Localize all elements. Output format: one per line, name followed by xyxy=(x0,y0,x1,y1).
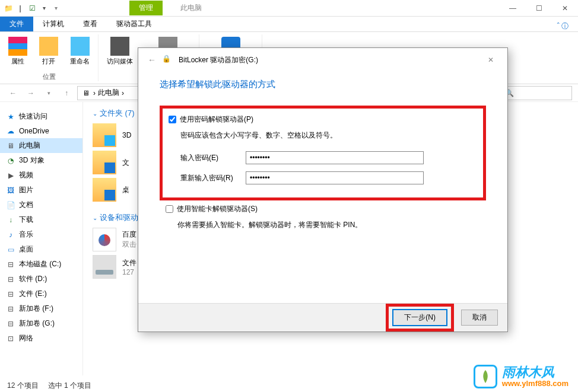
properties-label: 属性 xyxy=(11,57,24,66)
sidebar-label: 图片 xyxy=(19,185,33,195)
divider-icon: | xyxy=(15,4,25,13)
sidebar-item-14[interactable]: ⊟新加卷 (G:) xyxy=(0,316,82,331)
crumb-sep-2: › xyxy=(122,89,124,97)
use-smartcard-label: 使用智能卡解锁驱动器(S) xyxy=(177,204,258,214)
device-label: 文件 xyxy=(122,258,136,268)
cancel-button[interactable]: 取消 xyxy=(461,310,498,326)
ribbon-tab-row: 文件 计算机 查看 驱动器工具 ˆ ⓘ xyxy=(0,17,578,32)
context-tab-manage[interactable]: 管理 xyxy=(129,1,163,15)
sidebar-label: 网络 xyxy=(19,333,33,343)
sidebar-icon: ★ xyxy=(6,112,15,122)
folder-icon xyxy=(93,178,116,202)
next-button[interactable]: 下一步(N) xyxy=(392,309,447,326)
watermark-brand: 雨林木风 xyxy=(502,366,569,379)
sidebar-item-11[interactable]: ⊟软件 (D:) xyxy=(0,272,82,286)
sidebar-label: 本地磁盘 (C:) xyxy=(19,259,61,269)
sidebar-icon: 🖥 xyxy=(6,141,15,151)
sidebar-item-10[interactable]: ⊟本地磁盘 (C:) xyxy=(0,257,82,272)
sidebar-icon: ⊟ xyxy=(6,289,15,299)
sidebar-item-13[interactable]: ⊟新加卷 (F:) xyxy=(0,301,82,316)
sidebar-item-7[interactable]: ↓下载 xyxy=(0,212,82,227)
sidebar-item-15[interactable]: ⊡网络 xyxy=(0,331,82,346)
help-button[interactable]: ˆ ⓘ xyxy=(548,21,578,31)
sidebar-item-6[interactable]: 📄文档 xyxy=(0,197,82,212)
up-button[interactable]: ↑ xyxy=(59,86,74,100)
group-location-label: 位置 xyxy=(4,72,94,81)
bitlocker-dialog: ← 🔒 BitLocker 驱动器加密(G:) ✕ 选择希望解锁此驱动器的方式 … xyxy=(138,47,508,332)
chevron-down-icon[interactable]: ▾ xyxy=(39,4,49,13)
checkbox-icon[interactable]: ☑ xyxy=(27,4,37,13)
tab-computer[interactable]: 计算机 xyxy=(33,17,74,31)
tab-drive-tools[interactable]: 驱动器工具 xyxy=(107,17,161,31)
folders-header-label: 文件夹 (7) xyxy=(100,108,135,119)
open-button[interactable]: 打开 xyxy=(34,34,63,72)
device-sub: 127 xyxy=(122,268,136,276)
sidebar-label: 视频 xyxy=(19,170,33,180)
sidebar-item-8[interactable]: ♪音乐 xyxy=(0,227,82,242)
sidebar-item-5[interactable]: 🖼图片 xyxy=(0,183,82,197)
sidebar-label: 快速访问 xyxy=(19,111,47,122)
next-button-highlight: 下一步(N) xyxy=(386,304,454,332)
dialog-close-button[interactable]: ✕ xyxy=(484,53,498,67)
folder-icon: 📁 xyxy=(4,4,13,13)
sidebar-label: 软件 (D:) xyxy=(19,274,47,284)
sidebar-item-1[interactable]: ☁OneDrive xyxy=(0,124,82,138)
dialog-heading: 选择希望解锁此驱动器的方式 xyxy=(160,79,486,90)
tab-file[interactable]: 文件 xyxy=(0,17,33,31)
tab-view[interactable]: 查看 xyxy=(74,17,107,31)
sidebar-item-12[interactable]: ⊟文件 (E:) xyxy=(0,286,82,301)
password-input[interactable] xyxy=(246,151,424,164)
forward-button[interactable]: → xyxy=(24,86,38,100)
sidebar-icon: ⊟ xyxy=(6,304,15,314)
sidebar-icon: ♪ xyxy=(6,230,15,240)
media-button[interactable]: 访问媒体 xyxy=(102,34,138,72)
use-password-checkbox-row: 使用密码解锁驱动器(P) xyxy=(169,114,477,125)
close-button[interactable]: ✕ xyxy=(552,0,578,17)
sidebar-item-0[interactable]: ★快速访问 xyxy=(0,109,82,124)
rename-label: 重命名 xyxy=(70,57,90,66)
device-sub: 双击 xyxy=(122,240,136,250)
crumb-thispc[interactable]: 此电脑 xyxy=(98,88,119,98)
watermark-url: www.ylmf888.com xyxy=(502,379,569,388)
maximize-button[interactable]: ☐ xyxy=(526,0,552,17)
overflow-icon[interactable]: ▾ xyxy=(51,4,61,13)
rename-button[interactable]: 重命名 xyxy=(65,34,94,72)
back-arrow-icon: ← xyxy=(148,55,156,65)
sidebar-icon: ⊟ xyxy=(6,260,15,269)
sidebar-label: 文档 xyxy=(19,200,33,210)
sidebar-item-3[interactable]: ◔3D 对象 xyxy=(0,153,82,168)
dialog-title-bar: ← 🔒 BitLocker 驱动器加密(G:) ✕ xyxy=(138,48,507,72)
media-label: 访问媒体 xyxy=(107,57,133,66)
sidebar-icon: ⊟ xyxy=(6,319,15,329)
back-button[interactable]: ← xyxy=(6,86,20,100)
folder-label: 桌 xyxy=(122,185,129,195)
sidebar-label: 桌面 xyxy=(19,244,33,254)
selected-count: 选中 1 个项目 xyxy=(48,381,91,391)
use-smartcard-checkbox[interactable] xyxy=(166,205,173,213)
use-password-checkbox[interactable] xyxy=(169,116,176,123)
sidebar-item-9[interactable]: ▭桌面 xyxy=(0,242,82,257)
password-section-highlight: 使用密码解锁驱动器(P) 密码应该包含大小写字母、数字、空格以及符号。 输入密码… xyxy=(160,106,486,200)
status-bar: 12 个项目 选中 1 个项目 xyxy=(7,381,91,391)
sidebar-label: 文件 (E:) xyxy=(19,289,47,299)
sidebar-label: 下载 xyxy=(19,215,33,225)
watermark: 雨林木风 www.ylmf888.com xyxy=(474,365,569,388)
device-icon xyxy=(93,228,116,251)
window-title: 此电脑 xyxy=(180,3,202,13)
title-bar: 📁 | ☑ ▾ ▾ 管理 此电脑 — ☐ ✕ xyxy=(0,0,578,17)
sidebar-item-2[interactable]: 🖥此电脑 xyxy=(0,138,82,153)
sidebar: ★快速访问☁OneDrive🖥此电脑◔3D 对象▶视频🖼图片📄文档↓下载♪音乐▭… xyxy=(0,102,83,375)
pc-icon: 🖥 xyxy=(81,88,91,98)
minimize-button[interactable]: — xyxy=(500,0,526,17)
use-smartcard-checkbox-row: 使用智能卡解锁驱动器(S) xyxy=(166,204,486,214)
reenter-password-input[interactable] xyxy=(246,171,424,184)
recent-dropdown[interactable]: ▾ xyxy=(42,86,56,100)
search-input[interactable]: 🔍 xyxy=(501,86,572,100)
sidebar-label: 新加卷 (G:) xyxy=(19,318,55,329)
sidebar-icon: ◔ xyxy=(6,156,15,165)
sidebar-item-4[interactable]: ▶视频 xyxy=(0,168,82,183)
watermark-logo xyxy=(474,365,497,388)
bitlocker-icon: 🔒 xyxy=(162,55,173,65)
properties-button[interactable]: 属性 xyxy=(4,34,32,72)
reenter-password-row: 重新输入密码(R) xyxy=(180,171,477,184)
